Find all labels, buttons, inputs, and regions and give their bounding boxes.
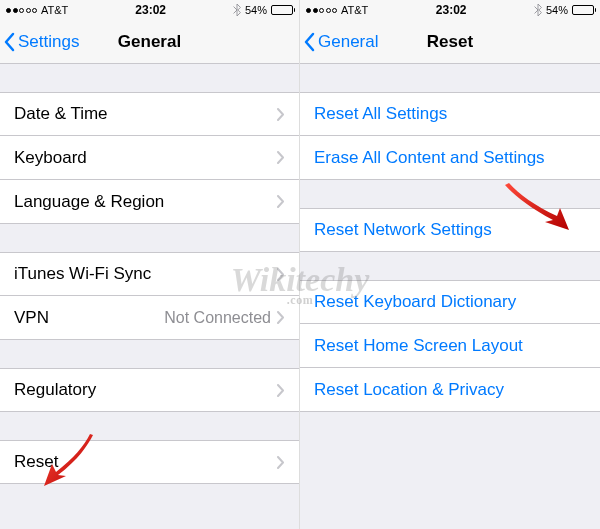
row-label: Date & Time (14, 104, 108, 124)
chevron-right-icon (277, 384, 285, 397)
battery-pct: 54% (245, 4, 267, 16)
chevron-right-icon (277, 268, 285, 281)
status-clock: 23:02 (135, 3, 166, 17)
chevron-left-icon (2, 32, 16, 52)
battery-pct: 54% (546, 4, 568, 16)
row-label: VPN (14, 308, 49, 328)
settings-list: Date & Time Keyboard Language & Region i… (0, 64, 299, 484)
back-button[interactable]: Settings (0, 32, 85, 52)
row-itunes-wifi-sync[interactable]: iTunes Wi-Fi Sync (0, 252, 299, 296)
row-label: Regulatory (14, 380, 96, 400)
back-label: Settings (18, 32, 79, 52)
row-date-time[interactable]: Date & Time (0, 92, 299, 136)
row-language-region[interactable]: Language & Region (0, 180, 299, 224)
row-label: Reset All Settings (314, 104, 447, 124)
back-button[interactable]: General (300, 32, 384, 52)
battery-icon (572, 5, 594, 15)
reset-list: Reset All Settings Erase All Content and… (300, 64, 600, 412)
row-label: Reset Location & Privacy (314, 380, 504, 400)
row-reset-home-screen-layout[interactable]: Reset Home Screen Layout (300, 324, 600, 368)
row-reset-all-settings[interactable]: Reset All Settings (300, 92, 600, 136)
chevron-right-icon (277, 108, 285, 121)
bluetooth-icon (534, 4, 542, 16)
phone-general: AT&T 23:02 54% Settings General Date & T… (0, 0, 300, 529)
row-regulatory[interactable]: Regulatory (0, 368, 299, 412)
row-reset-keyboard-dictionary[interactable]: Reset Keyboard Dictionary (300, 280, 600, 324)
status-bar: AT&T 23:02 54% (300, 0, 600, 20)
row-reset[interactable]: Reset (0, 440, 299, 484)
chevron-right-icon (277, 195, 285, 208)
nav-bar: Settings General (0, 20, 299, 64)
bluetooth-icon (233, 4, 241, 16)
battery-icon (271, 5, 293, 15)
row-reset-location-privacy[interactable]: Reset Location & Privacy (300, 368, 600, 412)
status-bar: AT&T 23:02 54% (0, 0, 299, 20)
row-vpn[interactable]: VPN Not Connected (0, 296, 299, 340)
signal-dots-icon (306, 8, 337, 13)
row-label: iTunes Wi-Fi Sync (14, 264, 151, 284)
row-value: Not Connected (164, 309, 271, 327)
row-label: Reset Keyboard Dictionary (314, 292, 516, 312)
chevron-right-icon (277, 151, 285, 164)
status-clock: 23:02 (436, 3, 467, 17)
row-label: Language & Region (14, 192, 164, 212)
row-reset-network-settings[interactable]: Reset Network Settings (300, 208, 600, 252)
row-erase-all[interactable]: Erase All Content and Settings (300, 136, 600, 180)
back-label: General (318, 32, 378, 52)
row-keyboard[interactable]: Keyboard (0, 136, 299, 180)
row-label: Reset Network Settings (314, 220, 492, 240)
carrier-label: AT&T (341, 4, 368, 16)
phone-reset: AT&T 23:02 54% General Reset Reset All S… (300, 0, 600, 529)
row-label: Keyboard (14, 148, 87, 168)
signal-dots-icon (6, 8, 37, 13)
row-label: Reset (14, 452, 58, 472)
nav-bar: General Reset (300, 20, 600, 64)
chevron-right-icon (277, 311, 285, 324)
row-label: Reset Home Screen Layout (314, 336, 523, 356)
chevron-right-icon (277, 456, 285, 469)
carrier-label: AT&T (41, 4, 68, 16)
chevron-left-icon (302, 32, 316, 52)
row-label: Erase All Content and Settings (314, 148, 545, 168)
